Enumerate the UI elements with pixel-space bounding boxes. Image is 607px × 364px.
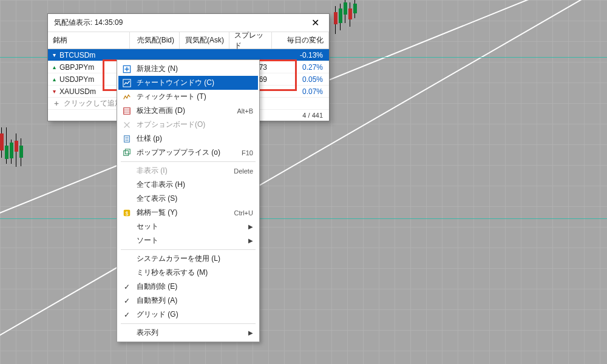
chevron-right-icon: ▶ bbox=[248, 223, 253, 230]
svg-rect-13 bbox=[124, 150, 129, 155]
menu-specification[interactable]: 仕様 (p) bbox=[118, 132, 258, 146]
symbol: GBPJPYm bbox=[59, 63, 94, 72]
down-arrow-icon: ▾ bbox=[53, 89, 56, 95]
menu-label: 表示列 bbox=[137, 328, 243, 338]
menu-auto-arrange[interactable]: ✓ 自動整列 (A) bbox=[118, 294, 258, 308]
up-arrow-icon: ▴ bbox=[53, 64, 56, 70]
level-line bbox=[0, 218, 607, 219]
menu-label: 自動整列 (A) bbox=[137, 295, 253, 306]
daily-change: 0.27% bbox=[272, 63, 329, 72]
popup-icon bbox=[122, 149, 132, 157]
daily-change: -0.13% bbox=[272, 51, 329, 59]
menu-label: ミリ秒を表示する (M) bbox=[137, 268, 253, 278]
chevron-right-icon: ▶ bbox=[248, 329, 253, 336]
menu-label: 全て表示 (S) bbox=[137, 194, 253, 204]
menu-label: 新規注文 (N) bbox=[137, 64, 253, 74]
menu-columns[interactable]: 表示列 ▶ bbox=[118, 326, 258, 340]
col-change[interactable]: 毎日の変化 bbox=[272, 32, 329, 49]
shortcut: Ctrl+U bbox=[234, 209, 253, 217]
new-order-icon bbox=[122, 65, 132, 73]
menu-label: ティックチャート (T) bbox=[137, 92, 253, 102]
close-icon[interactable]: ✕ bbox=[308, 16, 323, 30]
tick-chart-icon bbox=[122, 93, 132, 101]
check-icon: ✓ bbox=[122, 283, 132, 291]
menu-label: 自動削除 (E) bbox=[137, 281, 253, 292]
menu-label: ポップアッププライス (o) bbox=[137, 147, 237, 158]
menu-tick-chart[interactable]: ティックチャート (T) bbox=[118, 90, 258, 104]
titlebar[interactable]: 気配値表示: 14:35:09 ✕ bbox=[48, 14, 329, 32]
dom-icon bbox=[122, 107, 132, 115]
menu-separator bbox=[121, 323, 256, 324]
menu-show-all[interactable]: 全て表示 (S) bbox=[118, 192, 258, 206]
menu-label: ソート bbox=[137, 235, 243, 246]
symbol: USDJPYm bbox=[59, 75, 94, 84]
menu-option-board: オプションボード(O) bbox=[118, 118, 258, 132]
daily-change: 0.05% bbox=[272, 75, 329, 84]
menu-label: 仕様 (p) bbox=[137, 133, 253, 144]
menu-symbols[interactable]: $ 銘柄一覧 (Y) Ctrl+U bbox=[118, 206, 258, 220]
menu-show-ms[interactable]: ミリ秒を表示する (M) bbox=[118, 266, 258, 280]
menu-dom[interactable]: 板注文画面 (D) Alt+B bbox=[118, 104, 258, 118]
symbol: XAUUSDm bbox=[59, 87, 96, 96]
menu-label: チャートウインドウ (C) bbox=[137, 78, 253, 88]
menu-auto-delete[interactable]: ✓ 自動削除 (E) bbox=[118, 280, 258, 294]
menu-label: 銘柄一覧 (Y) bbox=[137, 207, 229, 218]
plus-icon: ＋ bbox=[53, 98, 60, 109]
menu-grid[interactable]: ✓ グリッド (G) bbox=[118, 308, 258, 322]
check-icon: ✓ bbox=[122, 311, 132, 319]
window-title: 気配値表示: 14:35:09 bbox=[54, 18, 123, 28]
menu-system-colors[interactable]: システムカラーを使用 (L) bbox=[118, 252, 258, 266]
menu-label: 全て非表示 (H) bbox=[137, 180, 253, 190]
context-menu: 新規注文 (N) チャートウインドウ (C) ティックチャート (T) 板注文画… bbox=[117, 59, 260, 342]
menu-label: オプションボード(O) bbox=[137, 120, 253, 130]
menu-new-order[interactable]: 新規注文 (N) bbox=[118, 62, 258, 76]
menu-label: 非表示 (I) bbox=[137, 166, 229, 176]
col-ask[interactable]: 買気配(Ask) bbox=[180, 32, 229, 49]
shortcut: Delete bbox=[234, 167, 253, 175]
candles-right bbox=[334, 0, 407, 49]
menu-popup-prices[interactable]: ポップアッププライス (o) F10 bbox=[118, 146, 258, 160]
menu-separator bbox=[121, 161, 256, 162]
up-arrow-icon: ▴ bbox=[53, 76, 56, 83]
daily-change: 0.07% bbox=[272, 87, 329, 96]
menu-sets[interactable]: セット ▶ bbox=[118, 220, 258, 234]
svg-rect-4 bbox=[124, 107, 131, 114]
shortcut: F10 bbox=[242, 149, 253, 157]
col-name[interactable]: 銘柄 bbox=[48, 32, 130, 49]
menu-label: 板注文画面 (D) bbox=[137, 106, 232, 116]
svg-text:$: $ bbox=[126, 210, 129, 216]
symbol: BTCUSDm bbox=[59, 51, 95, 59]
menu-label: セット bbox=[137, 221, 243, 232]
menu-label: グリッド (G) bbox=[137, 309, 253, 320]
option-icon bbox=[122, 121, 132, 129]
candles-left bbox=[0, 127, 42, 212]
svg-rect-14 bbox=[125, 149, 130, 153]
chart-icon bbox=[122, 79, 132, 87]
menu-separator bbox=[121, 249, 256, 250]
menu-hide: 非表示 (I) Delete bbox=[118, 164, 258, 178]
shortcut: Alt+B bbox=[237, 107, 253, 115]
menu-label: システムカラーを使用 (L) bbox=[137, 254, 253, 264]
menu-hide-all[interactable]: 全て非表示 (H) bbox=[118, 178, 258, 192]
down-arrow-icon: ▾ bbox=[53, 52, 56, 58]
menu-chart-window[interactable]: チャートウインドウ (C) bbox=[118, 76, 258, 90]
col-spread[interactable]: スプレッド bbox=[229, 32, 272, 49]
chevron-right-icon: ▶ bbox=[248, 237, 253, 244]
menu-sort[interactable]: ソート ▶ bbox=[118, 234, 258, 248]
col-bid[interactable]: 売気配(Bid) bbox=[130, 32, 180, 49]
spec-icon bbox=[122, 135, 132, 143]
check-icon: ✓ bbox=[122, 297, 132, 305]
column-header: 銘柄 売気配(Bid) 買気配(Ask) スプレッド 毎日の変化 bbox=[48, 32, 329, 49]
symbols-icon: $ bbox=[122, 209, 132, 217]
